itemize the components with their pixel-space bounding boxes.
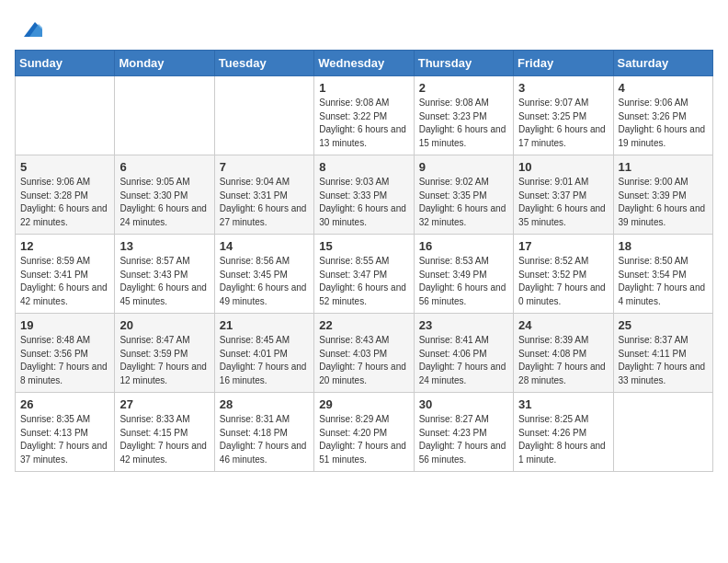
day-number: 23 [419,318,508,332]
day-detail: Sunrise: 9:04 AM Sunset: 3:31 PM Dayligh… [220,176,309,229]
calendar-cell: 28Sunrise: 8:31 AM Sunset: 4:18 PM Dayli… [214,393,313,472]
calendar-cell: 7Sunrise: 9:04 AM Sunset: 3:31 PM Daylig… [214,155,313,235]
weekday-header-cell: Monday [115,51,214,76]
day-detail: Sunrise: 8:27 AM Sunset: 4:23 PM Dayligh… [419,413,508,466]
calendar-cell: 27Sunrise: 8:33 AM Sunset: 4:15 PM Dayli… [115,393,214,472]
day-number: 10 [518,160,608,174]
day-number: 13 [119,239,209,253]
day-number: 12 [20,239,109,253]
day-number: 15 [319,239,408,253]
day-detail: Sunrise: 9:05 AM Sunset: 3:30 PM Dayligh… [119,176,209,229]
calendar-cell: 5Sunrise: 9:06 AM Sunset: 3:28 PM Daylig… [16,155,115,235]
day-number: 30 [419,397,508,411]
calendar-cell: 8Sunrise: 9:03 AM Sunset: 3:33 PM Daylig… [314,155,414,235]
day-number: 14 [220,239,309,253]
calendar-cell: 6Sunrise: 9:05 AM Sunset: 3:30 PM Daylig… [115,155,214,235]
calendar-cell: 20Sunrise: 8:47 AM Sunset: 3:59 PM Dayli… [115,314,214,393]
weekday-header-cell: Saturday [613,51,712,76]
day-detail: Sunrise: 8:43 AM Sunset: 4:03 PM Dayligh… [319,334,408,387]
calendar-cell: 18Sunrise: 8:50 AM Sunset: 3:54 PM Dayli… [613,235,712,314]
day-number: 19 [20,318,109,332]
weekday-header-cell: Tuesday [214,51,313,76]
week-row: 26Sunrise: 8:35 AM Sunset: 4:13 PM Dayli… [16,393,713,472]
day-detail: Sunrise: 9:08 AM Sunset: 3:23 PM Dayligh… [419,97,508,150]
week-row: 19Sunrise: 8:48 AM Sunset: 3:56 PM Dayli… [16,314,713,393]
day-number: 22 [319,318,408,332]
day-number: 1 [319,81,408,95]
day-number: 8 [319,160,408,174]
calendar-cell: 30Sunrise: 8:27 AM Sunset: 4:23 PM Dayli… [414,393,513,472]
calendar-cell: 16Sunrise: 8:53 AM Sunset: 3:49 PM Dayli… [414,235,513,314]
day-number: 28 [220,397,309,411]
calendar-cell: 10Sunrise: 9:01 AM Sunset: 3:37 PM Dayli… [514,155,613,235]
calendar-cell [115,76,214,155]
calendar-cell: 29Sunrise: 8:29 AM Sunset: 4:20 PM Dayli… [314,393,414,472]
day-detail: Sunrise: 8:47 AM Sunset: 3:59 PM Dayligh… [119,334,209,387]
day-detail: Sunrise: 8:55 AM Sunset: 3:47 PM Dayligh… [319,255,408,308]
day-detail: Sunrise: 8:53 AM Sunset: 3:49 PM Dayligh… [419,255,508,308]
day-detail: Sunrise: 8:33 AM Sunset: 4:15 PM Dayligh… [119,413,209,466]
day-number: 29 [319,397,408,411]
day-number: 17 [518,239,608,253]
day-detail: Sunrise: 8:31 AM Sunset: 4:18 PM Dayligh… [220,413,309,466]
week-row: 12Sunrise: 8:59 AM Sunset: 3:41 PM Dayli… [16,235,713,314]
calendar-cell [214,76,313,155]
header [15,15,713,40]
day-number: 2 [419,81,508,95]
day-number: 20 [119,318,209,332]
calendar-cell: 9Sunrise: 9:02 AM Sunset: 3:35 PM Daylig… [414,155,513,235]
day-number: 4 [619,81,708,95]
week-row: 5Sunrise: 9:06 AM Sunset: 3:28 PM Daylig… [16,155,713,235]
day-detail: Sunrise: 9:06 AM Sunset: 3:26 PM Dayligh… [619,97,708,150]
logo [15,15,42,40]
day-number: 25 [619,318,708,332]
day-detail: Sunrise: 8:29 AM Sunset: 4:20 PM Dayligh… [319,413,408,466]
weekday-header-cell: Friday [514,51,613,76]
calendar-cell [16,76,115,155]
day-detail: Sunrise: 8:37 AM Sunset: 4:11 PM Dayligh… [619,334,708,387]
day-number: 27 [119,397,209,411]
day-number: 24 [518,318,608,332]
day-detail: Sunrise: 9:06 AM Sunset: 3:28 PM Dayligh… [20,176,109,229]
day-detail: Sunrise: 8:35 AM Sunset: 4:13 PM Dayligh… [20,413,109,466]
day-number: 16 [419,239,508,253]
day-detail: Sunrise: 9:02 AM Sunset: 3:35 PM Dayligh… [419,176,508,229]
day-detail: Sunrise: 9:03 AM Sunset: 3:33 PM Dayligh… [319,176,408,229]
day-number: 6 [119,160,209,174]
calendar-cell: 3Sunrise: 9:07 AM Sunset: 3:25 PM Daylig… [514,76,613,155]
calendar-cell: 24Sunrise: 8:39 AM Sunset: 4:08 PM Dayli… [514,314,613,393]
calendar-cell: 17Sunrise: 8:52 AM Sunset: 3:52 PM Dayli… [514,235,613,314]
day-number: 7 [220,160,309,174]
calendar-body: 1Sunrise: 9:08 AM Sunset: 3:22 PM Daylig… [16,76,713,472]
calendar-cell: 4Sunrise: 9:06 AM Sunset: 3:26 PM Daylig… [613,76,712,155]
day-number: 3 [518,81,608,95]
day-number: 26 [20,397,109,411]
calendar-cell: 11Sunrise: 9:00 AM Sunset: 3:39 PM Dayli… [613,155,712,235]
day-detail: Sunrise: 8:52 AM Sunset: 3:52 PM Dayligh… [518,255,608,308]
week-row: 1Sunrise: 9:08 AM Sunset: 3:22 PM Daylig… [16,76,713,155]
calendar-cell: 31Sunrise: 8:25 AM Sunset: 4:26 PM Dayli… [514,393,613,472]
calendar-cell: 1Sunrise: 9:08 AM Sunset: 3:22 PM Daylig… [314,76,414,155]
calendar-cell: 22Sunrise: 8:43 AM Sunset: 4:03 PM Dayli… [314,314,414,393]
day-number: 18 [619,239,708,253]
day-detail: Sunrise: 8:57 AM Sunset: 3:43 PM Dayligh… [119,255,209,308]
day-number: 21 [220,318,309,332]
day-detail: Sunrise: 9:08 AM Sunset: 3:22 PM Dayligh… [319,97,408,150]
day-detail: Sunrise: 8:39 AM Sunset: 4:08 PM Dayligh… [518,334,608,387]
day-detail: Sunrise: 8:59 AM Sunset: 3:41 PM Dayligh… [20,255,109,308]
calendar-cell: 14Sunrise: 8:56 AM Sunset: 3:45 PM Dayli… [214,235,313,314]
day-detail: Sunrise: 8:50 AM Sunset: 3:54 PM Dayligh… [619,255,708,308]
day-detail: Sunrise: 8:48 AM Sunset: 3:56 PM Dayligh… [20,334,109,387]
calendar-cell: 12Sunrise: 8:59 AM Sunset: 3:41 PM Dayli… [16,235,115,314]
day-detail: Sunrise: 8:41 AM Sunset: 4:06 PM Dayligh… [419,334,508,387]
weekday-header-cell: Sunday [16,51,115,76]
day-detail: Sunrise: 9:01 AM Sunset: 3:37 PM Dayligh… [518,176,608,229]
day-detail: Sunrise: 8:56 AM Sunset: 3:45 PM Dayligh… [220,255,309,308]
calendar-cell: 19Sunrise: 8:48 AM Sunset: 3:56 PM Dayli… [16,314,115,393]
day-detail: Sunrise: 9:00 AM Sunset: 3:39 PM Dayligh… [619,176,708,229]
logo-icon [17,15,42,40]
weekday-header-row: SundayMondayTuesdayWednesdayThursdayFrid… [16,51,713,76]
calendar-cell: 15Sunrise: 8:55 AM Sunset: 3:47 PM Dayli… [314,235,414,314]
day-detail: Sunrise: 8:25 AM Sunset: 4:26 PM Dayligh… [518,413,608,466]
day-number: 5 [20,160,109,174]
